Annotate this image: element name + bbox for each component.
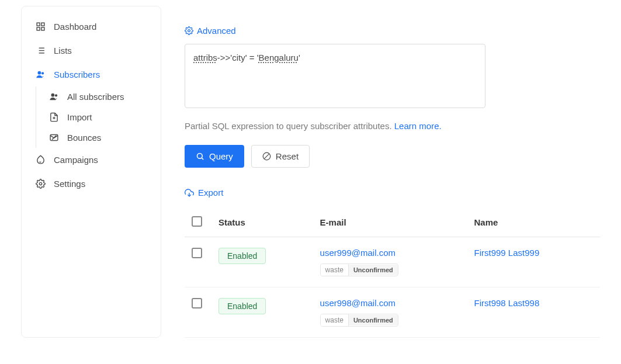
- status-badge: Enabled: [218, 248, 266, 264]
- campaigns-icon: [36, 155, 46, 165]
- sql-value: Bengaluru: [259, 53, 299, 63]
- nav-subscribers-submenu: All subscribers Import Bounces: [36, 86, 161, 148]
- svg-line-23: [264, 154, 269, 159]
- nav-bounces-label: Bounces: [67, 133, 101, 143]
- header-status[interactable]: Status: [213, 208, 314, 237]
- query-button[interactable]: Query: [185, 145, 244, 168]
- nav-settings[interactable]: Settings: [22, 172, 161, 196]
- svg-line-17: [52, 136, 56, 140]
- learn-more-link[interactable]: Learn more.: [394, 121, 442, 131]
- svg-point-11: [41, 72, 44, 74]
- action-buttons: Query Reset: [185, 145, 600, 168]
- nav-campaigns[interactable]: Campaigns: [22, 148, 161, 172]
- search-icon: [196, 152, 204, 161]
- header-name[interactable]: Name: [469, 208, 601, 237]
- tag-list-name: waste: [321, 314, 349, 326]
- lists-icon: [36, 46, 46, 56]
- advanced-label: Advanced: [197, 26, 236, 36]
- nav-lists[interactable]: Lists: [22, 39, 161, 63]
- subscriber-name-link[interactable]: First999 Last999: [474, 248, 540, 258]
- subscriber-email-link[interactable]: user999@mail.com: [320, 248, 463, 258]
- subscriber-email-link[interactable]: user998@mail.com: [320, 298, 463, 308]
- list-tag[interactable]: waste Unconfirmed: [320, 264, 398, 276]
- svg-point-18: [39, 182, 41, 185]
- select-all-checkbox[interactable]: [192, 216, 202, 227]
- row-checkbox[interactable]: [192, 298, 202, 308]
- nav-bounces[interactable]: Bounces: [36, 127, 161, 148]
- nav-settings-label: Settings: [54, 179, 85, 189]
- help-text: Partial SQL expression to query subscrib…: [185, 121, 600, 131]
- bounces-icon: [49, 133, 59, 143]
- svg-point-12: [51, 93, 55, 97]
- svg-point-20: [197, 154, 203, 159]
- nav-dashboard[interactable]: Dashboard: [22, 15, 161, 39]
- sql-mid: ->>'city' = ': [217, 53, 259, 63]
- header-email[interactable]: E-mail: [314, 208, 469, 237]
- nav-dashboard-label: Dashboard: [54, 22, 96, 32]
- nav-subscribers[interactable]: Subscribers: [22, 63, 161, 86]
- svg-line-21: [202, 158, 203, 160]
- sidebar: Dashboard Lists Subscribers All subscrib…: [21, 6, 161, 338]
- nav-all-subscribers-label: All subscribers: [67, 92, 124, 102]
- svg-rect-2: [41, 27, 44, 30]
- settings-icon: [36, 179, 46, 189]
- export-link[interactable]: Export: [185, 188, 223, 197]
- subscriber-name-link[interactable]: First998 Last998: [474, 298, 540, 308]
- nav-campaigns-label: Campaigns: [54, 155, 98, 165]
- export-label: Export: [198, 188, 223, 197]
- help-text-content: Partial SQL expression to query subscrib…: [185, 121, 394, 131]
- nav-import[interactable]: Import: [36, 107, 161, 127]
- status-badge: Enabled: [218, 298, 266, 314]
- reset-button-label: Reset: [276, 151, 299, 161]
- subscribers-icon: [36, 70, 46, 79]
- row-checkbox[interactable]: [192, 248, 202, 258]
- table-row: Enabled user999@mail.com waste Unconfirm…: [185, 237, 600, 287]
- cancel-icon: [262, 152, 271, 161]
- tag-status: Unconfirmed: [349, 315, 398, 325]
- svg-point-13: [55, 94, 57, 96]
- cloud-download-icon: [185, 188, 194, 197]
- sql-expression-input[interactable]: attribs->>'city' = 'Bengaluru': [185, 44, 485, 108]
- main-content: Advanced attribs->>'city' = 'Bengaluru' …: [161, 6, 600, 338]
- import-icon: [49, 112, 59, 122]
- gear-icon: [185, 26, 193, 35]
- dashboard-icon: [36, 22, 46, 32]
- svg-point-10: [38, 71, 41, 75]
- table-row: Enabled user998@mail.com waste Unconfirm…: [185, 287, 600, 338]
- svg-point-19: [188, 30, 190, 32]
- svg-rect-0: [37, 23, 40, 26]
- sql-attribs: attribs: [193, 53, 217, 63]
- sql-suffix: ': [299, 53, 300, 63]
- advanced-toggle[interactable]: Advanced: [185, 26, 236, 36]
- tag-status: Unconfirmed: [349, 265, 398, 275]
- nav-lists-label: Lists: [54, 46, 72, 56]
- all-subscribers-icon: [49, 92, 59, 102]
- nav-import-label: Import: [67, 112, 92, 122]
- svg-rect-3: [37, 27, 40, 30]
- header-checkbox-col: [185, 208, 213, 237]
- tag-list-name: waste: [321, 264, 349, 276]
- nav-all-subscribers[interactable]: All subscribers: [36, 86, 161, 107]
- nav-subscribers-label: Subscribers: [54, 70, 100, 79]
- query-button-label: Query: [209, 151, 233, 161]
- svg-rect-1: [41, 23, 44, 26]
- list-tag[interactable]: waste Unconfirmed: [320, 314, 398, 327]
- subscribers-table: Status E-mail Name Enabled user999@mail.…: [185, 208, 600, 338]
- reset-button[interactable]: Reset: [251, 145, 310, 168]
